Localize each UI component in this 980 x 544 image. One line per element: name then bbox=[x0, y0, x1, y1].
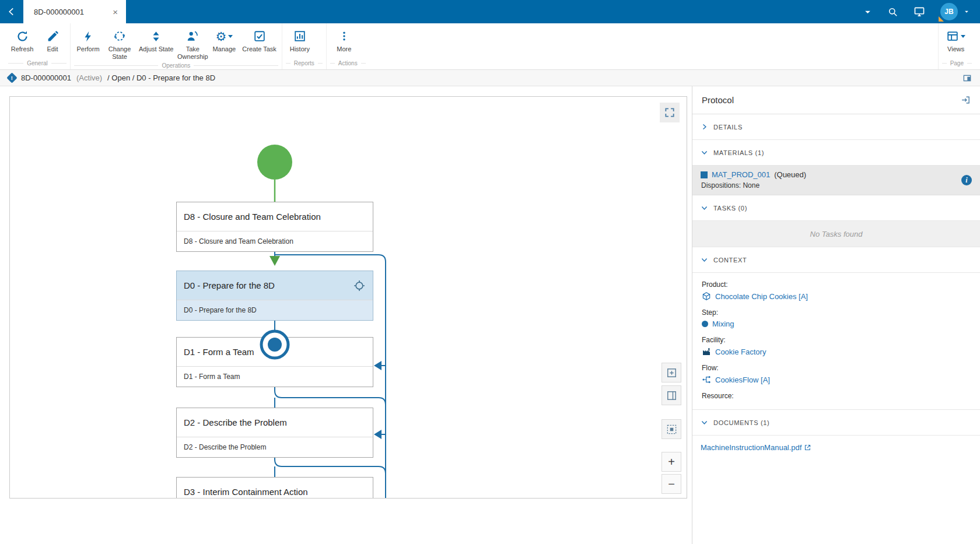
section-context-header[interactable]: CONTEXT bbox=[692, 247, 980, 273]
section-details-header[interactable]: DETAILS bbox=[692, 114, 980, 140]
tab-list-dropdown-icon[interactable] bbox=[863, 8, 872, 16]
step-link[interactable]: Mixing bbox=[712, 320, 734, 328]
manage-caret-icon bbox=[228, 35, 233, 38]
gear-icon: ⚙ bbox=[215, 30, 226, 43]
node-subtitle: D8 - Closure and Team Celebration bbox=[177, 231, 373, 251]
document-item[interactable]: MachineInstructionManual.pdf bbox=[692, 436, 980, 459]
perform-button[interactable]: Perform bbox=[73, 27, 103, 54]
material-item[interactable]: MAT_PROD_001 (Queued) Dispositions: None… bbox=[692, 166, 980, 195]
material-swatch-icon bbox=[701, 171, 708, 178]
toolbar-group-label-actions: Actions bbox=[327, 59, 369, 69]
product-label: Product: bbox=[702, 280, 971, 289]
flow-node-d1[interactable]: D1 - Form a Team D1 - Form a Team bbox=[176, 337, 373, 387]
edit-button[interactable]: Edit bbox=[37, 27, 68, 54]
dispositions-label: Dispositions: bbox=[701, 181, 741, 189]
step-icon bbox=[702, 321, 708, 327]
chevron-down-icon bbox=[701, 149, 708, 156]
task-checkbox-icon bbox=[253, 29, 266, 44]
node-title: D8 - Closure and Team Celebration bbox=[184, 212, 321, 222]
manage-button[interactable]: ⚙ Manage bbox=[209, 27, 239, 54]
more-button[interactable]: More bbox=[329, 27, 359, 54]
flow-node-d2[interactable]: D2 - Describe the Problem D2 - Describe … bbox=[176, 408, 373, 458]
start-node[interactable] bbox=[257, 145, 292, 180]
flow-node-d3[interactable]: D3 - Interim Containment Action bbox=[176, 477, 373, 499]
lightning-icon bbox=[82, 29, 94, 44]
toolbar-group-label-general: General bbox=[5, 59, 70, 69]
fit-selection-icon bbox=[666, 424, 677, 435]
material-status: (Queued) bbox=[774, 170, 806, 179]
fit-page-button[interactable] bbox=[662, 385, 681, 405]
record-tab[interactable]: 8D-000000001 × bbox=[23, 0, 126, 23]
flow-icon bbox=[702, 375, 711, 384]
facility-label: Facility: bbox=[702, 336, 971, 344]
fit-page-icon bbox=[666, 390, 677, 401]
chevron-down-icon bbox=[701, 419, 708, 426]
toolbar-group-label-reports: Reports bbox=[282, 59, 326, 69]
context-content: Product: Chocolate Chip Cookies [A] Step… bbox=[692, 273, 980, 410]
zoom-out-button[interactable]: − bbox=[662, 474, 681, 494]
flow-node-d8[interactable]: D8 - Closure and Team Celebration D8 - C… bbox=[176, 202, 373, 252]
flow-link[interactable]: CookiesFlow [A] bbox=[715, 375, 770, 384]
edit-pencil-icon bbox=[47, 29, 59, 44]
open-in-window-icon[interactable] bbox=[961, 95, 971, 105]
toolbar-group-label-operations: Operations bbox=[71, 61, 282, 72]
zoom-in-button[interactable]: + bbox=[662, 452, 681, 472]
panel-toggle-icon[interactable] bbox=[963, 73, 972, 83]
toolbar-group-general: Refresh Edit General bbox=[5, 23, 70, 69]
back-button[interactable] bbox=[0, 0, 23, 23]
monitor-icon[interactable] bbox=[914, 6, 925, 17]
tab-close-icon[interactable]: × bbox=[110, 7, 120, 17]
more-dots-icon bbox=[338, 29, 350, 44]
node-title: D0 - Prepare for the 8D bbox=[184, 280, 275, 290]
node-title: D2 - Describe the Problem bbox=[184, 417, 287, 427]
toolbar: Refresh Edit General Perform bbox=[0, 23, 980, 70]
search-icon[interactable] bbox=[887, 6, 898, 17]
facility-icon bbox=[702, 347, 711, 356]
protocol-panel: Protocol DETAILS MATERIALS (1) MAT_PROD_… bbox=[692, 86, 980, 544]
change-state-button[interactable]: Change State bbox=[103, 27, 136, 61]
product-icon bbox=[702, 292, 711, 301]
workflow-canvas[interactable]: D8 - Closure and Team Celebration D8 - C… bbox=[9, 96, 687, 499]
bar-chart-icon bbox=[293, 29, 306, 44]
avatar-badge-icon bbox=[939, 16, 944, 22]
back-chevron-icon bbox=[6, 6, 17, 17]
fullscreen-icon bbox=[664, 107, 676, 118]
toolbar-group-operations: Perform Change State Adjust State Take O… bbox=[70, 23, 282, 69]
step-label: Step: bbox=[702, 308, 971, 317]
node-title: D1 - Form a Team bbox=[184, 347, 254, 357]
section-tasks-header[interactable]: TASKS (0) bbox=[692, 195, 980, 221]
fit-width-button[interactable] bbox=[662, 363, 681, 382]
document-link[interactable]: MachineInstructionManual.pdf bbox=[701, 443, 802, 452]
adjust-state-button[interactable]: Adjust State bbox=[136, 27, 176, 54]
info-icon[interactable]: i bbox=[961, 175, 972, 185]
avatar[interactable]: JB bbox=[940, 3, 958, 20]
create-task-button[interactable]: Create Task bbox=[239, 27, 279, 54]
change-state-icon bbox=[113, 29, 126, 44]
toolbar-group-actions: More Actions bbox=[326, 23, 369, 69]
material-link[interactable]: MAT_PROD_001 bbox=[712, 170, 770, 179]
breadcrumb-status: (Active) bbox=[76, 73, 102, 82]
take-ownership-icon bbox=[186, 29, 199, 44]
section-documents-header[interactable]: DOCUMENTS (1) bbox=[692, 410, 980, 436]
product-link[interactable]: Chocolate Chip Cookies [A] bbox=[715, 292, 808, 301]
crosshair-icon bbox=[353, 279, 366, 292]
user-menu-caret-icon[interactable] bbox=[964, 9, 970, 15]
fullscreen-button[interactable] bbox=[660, 103, 680, 122]
refresh-button[interactable]: Refresh bbox=[7, 27, 37, 54]
toolbar-group-label-page: Page bbox=[939, 59, 975, 69]
resource-label: Resource: bbox=[702, 392, 971, 400]
take-ownership-button[interactable]: Take Ownership bbox=[176, 27, 209, 61]
fit-selection-button[interactable] bbox=[662, 419, 681, 439]
node-subtitle: D0 - Prepare for the 8D bbox=[177, 300, 373, 320]
flow-node-d0-current[interactable]: D0 - Prepare for the 8D D0 - Prepare for… bbox=[176, 271, 373, 321]
breadcrumb-path: / Open / D0 - Prepare for the 8D bbox=[107, 73, 215, 82]
chevron-down-icon bbox=[701, 204, 708, 212]
facility-link[interactable]: Cookie Factory bbox=[715, 348, 766, 356]
section-materials-header[interactable]: MATERIALS (1) bbox=[692, 140, 980, 166]
chevron-right-icon bbox=[701, 123, 708, 131]
views-button[interactable]: Views bbox=[941, 27, 971, 54]
canvas-area: D8 - Closure and Team Celebration D8 - C… bbox=[0, 86, 692, 544]
history-button[interactable]: History bbox=[285, 27, 315, 54]
dispositions-value: None bbox=[743, 181, 760, 189]
node-title: D3 - Interim Containment Action bbox=[184, 487, 308, 497]
